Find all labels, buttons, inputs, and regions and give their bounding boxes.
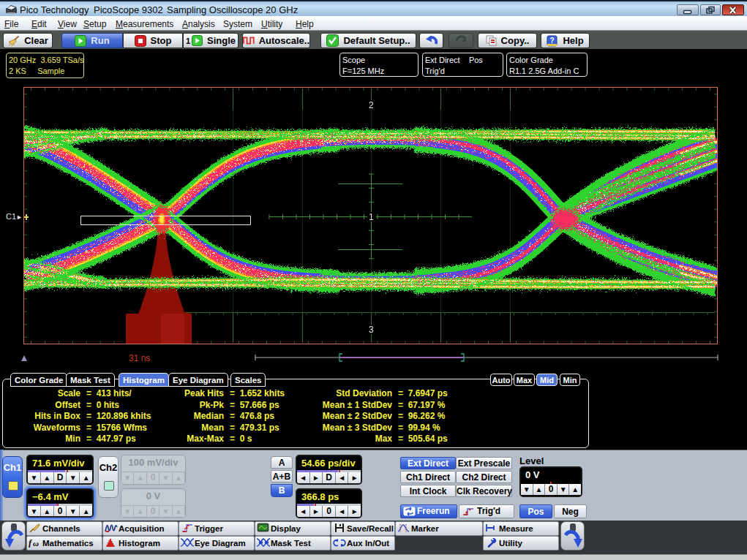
svg-text:f: f	[29, 538, 32, 548]
svg-text:ω: ω	[33, 539, 39, 548]
svg-text:31 ns: 31 ns	[129, 353, 150, 363]
svg-text:?: ?	[550, 37, 555, 45]
